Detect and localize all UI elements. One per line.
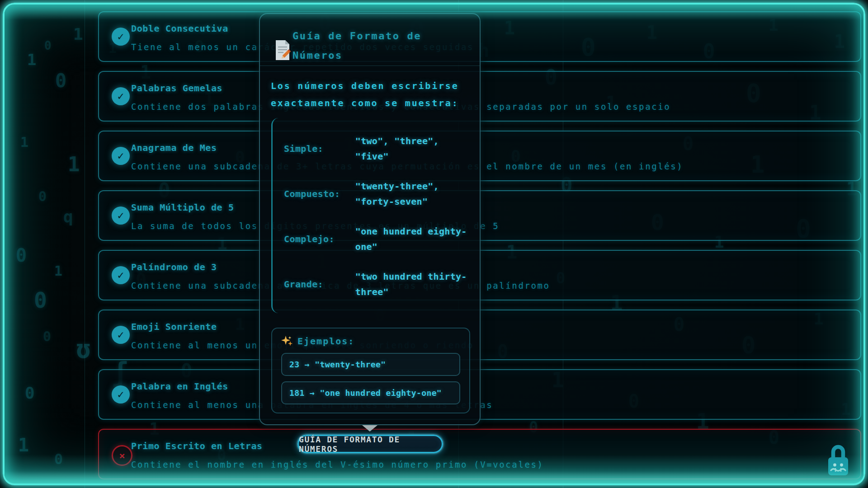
number-format-guide-button[interactable]: GUÍA DE FORMATO DE NÚMEROS <box>297 435 443 453</box>
format-row-label: Complejo: <box>273 234 355 244</box>
tooltip-arrow <box>362 425 377 432</box>
matrix-glyph: 0 <box>54 452 63 466</box>
rule-title: Emoji Sonriente <box>131 321 217 332</box>
format-row: Grande:"two hundred thirty-three" <box>273 262 468 307</box>
matrix-glyph: q <box>63 209 73 225</box>
format-row-value: "one hundred eighty-one" <box>355 224 468 254</box>
example-chip: 23 → "twenty-three" <box>281 353 460 376</box>
background-scanline <box>85 0 85 488</box>
format-row: Complejo:"one hundred eighty-one" <box>273 216 468 262</box>
memo-icon <box>274 39 291 61</box>
format-row-label: Simple: <box>273 143 355 154</box>
rule-title: Anagrama de Mes <box>131 142 217 153</box>
matrix-glyph: 1 <box>68 155 80 174</box>
examples-heading: Ejemplos: <box>297 336 354 347</box>
matrix-glyph: 0 <box>43 330 51 343</box>
matrix-glyph: 0 <box>25 385 35 401</box>
check-icon: ✓ <box>112 326 130 344</box>
check-icon: ✓ <box>112 87 130 105</box>
matrix-glyph: 0 <box>38 190 47 203</box>
check-icon: ✓ <box>112 206 130 225</box>
check-icon: ✓ <box>112 385 130 404</box>
matrix-glyph: 1 <box>18 436 29 454</box>
format-row: Simple:"two", "three", "five" <box>273 126 468 171</box>
sparkles-icon <box>281 335 293 347</box>
matrix-glyph: 0 <box>16 246 27 264</box>
format-row-label: Compuesto: <box>273 188 355 199</box>
tooltip-title: Guía de Formato de Números <box>292 26 446 65</box>
app-screen: { "rules": { "pass_icon": "✓", "fail_ico… <box>0 0 868 488</box>
matrix-glyph: 1 <box>73 26 83 42</box>
example-text: 181 → "one hundred eighty-one" <box>289 388 442 398</box>
tooltip-divider <box>260 66 480 66</box>
matrix-glyph: 0 <box>44 40 52 52</box>
format-row: Compuesto:"twenty-three", "forty-seven" <box>273 171 468 216</box>
check-icon: ✓ <box>112 28 130 46</box>
format-table: Simple:"two", "three", "five"Compuesto:"… <box>271 118 468 313</box>
matrix-glyph: 0 <box>34 289 47 311</box>
rule-title: Doble Consecutiva <box>131 23 228 34</box>
number-format-tooltip: Guía de Formato de Números Los números d… <box>259 13 481 425</box>
rule-title: Suma Múltiplo de 5 <box>131 202 234 213</box>
examples-list: 23 → "twenty-three"181 → "one hundred ei… <box>281 353 460 404</box>
matrix-glyph: 1 <box>54 264 62 278</box>
tooltip-intro: Los números deben escribirse exactamente… <box>271 77 475 112</box>
rule-title: Palabra en Inglés <box>131 381 228 392</box>
guide-button-label: GUÍA DE FORMATO DE NÚMEROS <box>299 435 442 454</box>
matrix-glyph: 0 <box>55 71 66 90</box>
rule-title: Primo Escrito en Letras <box>131 441 263 451</box>
example-text: 23 → "twenty-three" <box>289 360 386 369</box>
rule-card: ×Primo Escrito en LetrasContiene el nomb… <box>98 429 861 479</box>
examples-box: Ejemplos: 23 → "twenty-three"181 → "one … <box>271 328 470 413</box>
format-row-label: Grande: <box>273 279 355 290</box>
matrix-glyph: 1 <box>27 52 36 67</box>
format-row-value: "two hundred thirty-three" <box>355 269 468 300</box>
check-icon: ✓ <box>112 266 130 284</box>
rule-description: Contiene el nombre en inglés del V-ésimo… <box>131 460 544 469</box>
format-row-value: "two", "three", "five" <box>355 133 468 164</box>
example-chip: 181 → "one hundred eighty-one" <box>281 381 460 404</box>
rule-title: Palabras Gemelas <box>131 83 222 94</box>
rule-title: Palíndromo de 3 <box>131 262 217 272</box>
matrix-glyph: 1 <box>20 136 28 149</box>
x-icon: × <box>112 445 132 466</box>
matrix-glyph: ʊ <box>76 337 91 361</box>
format-row-value: "twenty-three", "forty-seven" <box>355 178 468 209</box>
lock-icon <box>825 441 852 479</box>
check-icon: ✓ <box>112 147 130 165</box>
